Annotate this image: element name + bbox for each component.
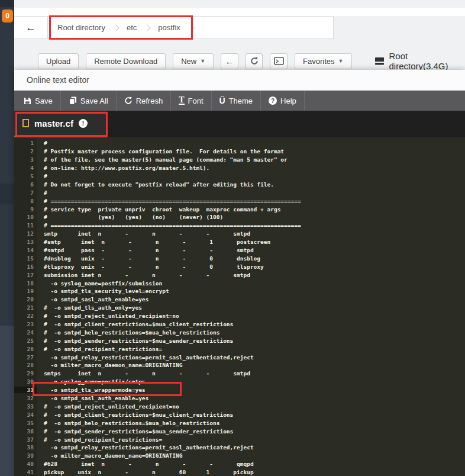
code-line[interactable]: # -o smtpd_sender_restrictions=$mua_send… bbox=[37, 337, 233, 344]
code-line[interactable]: # -o smtpd_reject_unlisted_recipient=no bbox=[37, 313, 179, 319]
code-line[interactable]: # -o smtpd_recipient_restrictions= bbox=[37, 436, 162, 443]
editor-line: 25# -o smtpd_sender_restrictions=$mua_se… bbox=[14, 336, 465, 345]
code-line[interactable]: # -o smtpd_client_restrictions=$mua_clie… bbox=[37, 411, 233, 418]
code-line[interactable]: -o smtpd_relay_restrictions=permit_sasl_… bbox=[37, 354, 254, 361]
refresh-editor-button[interactable]: Refresh bbox=[117, 91, 172, 111]
line-number: 11 bbox=[14, 222, 37, 229]
line-number: 2 bbox=[14, 148, 37, 155]
editor-line: 3# of the file, see the master(5) manual… bbox=[14, 156, 465, 164]
line-number: 41 bbox=[14, 469, 37, 475]
upload-button[interactable]: Upload bbox=[38, 53, 79, 69]
editor-toolbar: Save Save All bbox=[14, 91, 465, 111]
code-line[interactable]: smtp inet n - n - - smtpd bbox=[37, 230, 250, 237]
new-label: New bbox=[181, 57, 196, 66]
code-line[interactable]: # -o smtpd_recipient_restrictions= bbox=[37, 346, 162, 352]
notification-badge[interactable]: 0 bbox=[2, 9, 13, 22]
favorites-button[interactable]: Favorites ▼ bbox=[295, 53, 351, 69]
line-number: 34 bbox=[14, 411, 37, 418]
code-line[interactable]: submission inet n - n - - smtpd bbox=[37, 272, 250, 278]
terminal-button[interactable] bbox=[270, 53, 288, 69]
annotation-box-tab bbox=[15, 112, 108, 137]
line-number: 22 bbox=[14, 313, 37, 319]
code-line[interactable]: # Postfix master process configuration f… bbox=[37, 148, 284, 155]
editor-line: 12smtp inet n - n - - smtpd bbox=[14, 230, 465, 238]
code-line[interactable]: # -o smtpd_reject_unlisted_recipient=no bbox=[37, 403, 179, 410]
save-all-button[interactable]: Save All bbox=[61, 91, 117, 111]
help-button[interactable]: ? Help bbox=[261, 91, 305, 111]
line-number: 14 bbox=[14, 247, 37, 253]
code-line[interactable]: -o syslog_name=postfix/submission bbox=[37, 280, 162, 287]
code-line[interactable]: -o smtpd_relay_restrictions=permit_sasl_… bbox=[37, 444, 254, 451]
code-line[interactable]: pickup unix n - n 60 1 pickup bbox=[37, 469, 254, 475]
code-line[interactable]: -o milter_macro_daemon_name=ORIGINATING bbox=[37, 362, 183, 368]
code-editor[interactable]: 1#2# Postfix master process configuratio… bbox=[14, 137, 465, 476]
back-button[interactable]: ← bbox=[221, 53, 238, 69]
code-line[interactable]: #smtp inet n - n - 1 postscreen bbox=[37, 239, 270, 245]
editor-line: 22# -o smtpd_reject_unlisted_recipient=n… bbox=[14, 312, 465, 320]
editor-line: 35# -o smtpd_helo_restrictions=$mua_helo… bbox=[14, 419, 465, 427]
line-number: 7 bbox=[14, 189, 37, 196]
line-number: 3 bbox=[14, 156, 37, 163]
sidebar-lower-section bbox=[0, 326, 14, 476]
save-button[interactable]: Save bbox=[14, 91, 61, 111]
line-number: 5 bbox=[14, 173, 37, 179]
code-line[interactable]: #tlsproxy unix - - n - 0 tlsproxy bbox=[37, 263, 264, 270]
editor-line: 40#628 inet n - n - - qmqpd bbox=[14, 460, 465, 468]
breadcrumb-back-button[interactable]: ← bbox=[14, 22, 47, 34]
help-label: Help bbox=[280, 97, 296, 105]
editor-line: 41pickup unix n - n 60 1 pickup bbox=[14, 468, 465, 476]
refresh-icon bbox=[250, 57, 259, 65]
code-line[interactable]: # (yes) (yes) (no) (never) (100) bbox=[37, 214, 223, 220]
chevron-down-icon: ▼ bbox=[338, 58, 344, 64]
code-line[interactable]: #dnsblog unix - - n - 0 dnsblog bbox=[37, 255, 260, 262]
line-number: 1 bbox=[14, 140, 37, 146]
code-line[interactable]: -o milter_macro_daemon_name=ORIGINATING bbox=[37, 452, 183, 459]
theme-button[interactable]: Ü Theme bbox=[212, 91, 261, 111]
theme-icon: Ü bbox=[219, 96, 225, 105]
code-line[interactable]: -o smtpd_tls_security_level=encrypt bbox=[37, 288, 169, 294]
line-number: 27 bbox=[14, 354, 37, 361]
font-label: Font bbox=[188, 97, 204, 105]
editor-line: 8# =====================================… bbox=[14, 197, 465, 205]
font-button[interactable]: T Font bbox=[171, 91, 211, 111]
save-all-icon bbox=[69, 97, 77, 105]
line-number: 15 bbox=[14, 255, 37, 262]
root-directory-selector[interactable]: Root directory(3.4G) bbox=[374, 51, 465, 71]
code-line[interactable]: # -o smtpd_tls_auth_only=yes bbox=[37, 304, 142, 311]
editor-line: 28 -o milter_macro_daemon_name=ORIGINATI… bbox=[14, 361, 465, 369]
header-band bbox=[14, 8, 465, 16]
line-number: 37 bbox=[14, 436, 37, 443]
code-line[interactable]: # -o smtpd_sender_restrictions=$mua_send… bbox=[37, 428, 233, 435]
line-number: 4 bbox=[14, 165, 37, 171]
remote-download-button[interactable]: Remote Download bbox=[86, 53, 166, 69]
editor-line: 37# -o smtpd_recipient_restrictions= bbox=[14, 435, 465, 443]
new-button[interactable]: New ▼ bbox=[173, 53, 214, 69]
code-line[interactable]: # bbox=[37, 140, 47, 146]
code-line[interactable]: # -o smtpd_helo_restrictions=$mua_helo_r… bbox=[37, 420, 219, 426]
code-line[interactable]: # -o smtpd_helo_restrictions=$mua_helo_r… bbox=[37, 329, 219, 336]
code-line[interactable]: # on-line: http://www.postfix.org/master… bbox=[37, 165, 209, 171]
code-line[interactable]: # service type private unpriv chroot wak… bbox=[37, 206, 280, 213]
code-line[interactable]: #628 inet n - n - - qmqpd bbox=[37, 461, 254, 467]
editor-line: 21# -o smtpd_tls_auth_only=yes bbox=[14, 304, 465, 312]
code-line[interactable]: # -o smtpd_client_restrictions=$mua_clie… bbox=[37, 321, 233, 327]
code-line[interactable]: # bbox=[37, 173, 47, 179]
sidebar-menu-item[interactable] bbox=[0, 184, 14, 204]
code-line[interactable]: # ======================================… bbox=[37, 222, 301, 229]
line-number: 36 bbox=[14, 428, 37, 435]
editor-line: 16#tlsproxy unix - - n - 0 tlsproxy bbox=[14, 262, 465, 271]
editor-line: 19 -o smtpd_tls_security_level=encrypt bbox=[14, 287, 465, 295]
code-line[interactable]: #smtpd pass - - n - - smtpd bbox=[37, 247, 254, 253]
line-number: 28 bbox=[14, 362, 37, 368]
refresh-button[interactable] bbox=[246, 53, 263, 69]
code-line[interactable]: # of the file, see the master(5) manual … bbox=[37, 156, 288, 163]
code-line[interactable]: # ======================================… bbox=[37, 198, 301, 204]
code-line[interactable]: # Do not forget to execute "postfix relo… bbox=[37, 181, 274, 188]
editor-line: 13#smtp inet n - n - 1 postscreen bbox=[14, 238, 465, 246]
code-line[interactable]: # bbox=[37, 189, 47, 196]
save-icon bbox=[24, 97, 31, 105]
root-directory-label: Root directory(3.4G) bbox=[389, 51, 465, 71]
code-line[interactable]: smtps inet n - n - - smtpd bbox=[37, 370, 250, 377]
editor-line: 20 -o smtpd_sasl_auth_enable=yes bbox=[14, 295, 465, 304]
code-line[interactable]: -o smtpd_sasl_auth_enable=yes bbox=[37, 296, 148, 303]
